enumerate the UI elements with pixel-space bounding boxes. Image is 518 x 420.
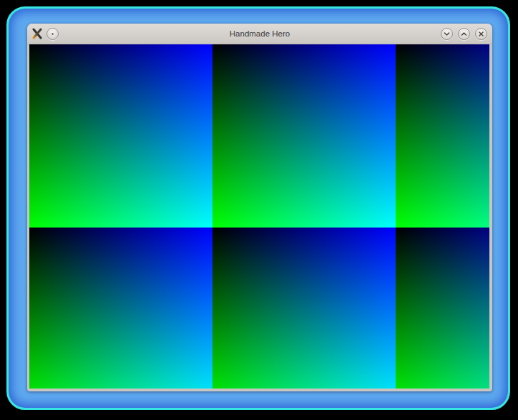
gradient-tile <box>212 44 396 228</box>
minimize-button[interactable] <box>441 28 453 40</box>
x11-app-icon <box>31 28 43 39</box>
chevron-up-icon <box>460 30 468 38</box>
gradient-tile <box>396 44 489 228</box>
titlebar[interactable]: Handmade Hero <box>27 24 492 44</box>
gradient-tile <box>396 228 489 389</box>
maximize-button[interactable] <box>458 28 470 40</box>
render-viewport <box>29 44 489 389</box>
gradient-tile <box>212 228 396 389</box>
titlebar-left-group <box>31 28 59 40</box>
close-x-icon <box>477 30 485 38</box>
gradient-tile <box>29 44 212 228</box>
pin-dot-icon <box>49 30 57 38</box>
gradient-tile <box>29 228 212 389</box>
titlebar-button-group <box>441 28 487 40</box>
sticky-pin-button[interactable] <box>47 28 59 40</box>
gradient-tiles <box>29 44 489 389</box>
window-title: Handmade Hero <box>27 24 492 43</box>
close-button[interactable] <box>475 28 487 40</box>
chevron-down-icon <box>443 30 451 38</box>
app-window: Handmade Hero <box>27 24 492 391</box>
